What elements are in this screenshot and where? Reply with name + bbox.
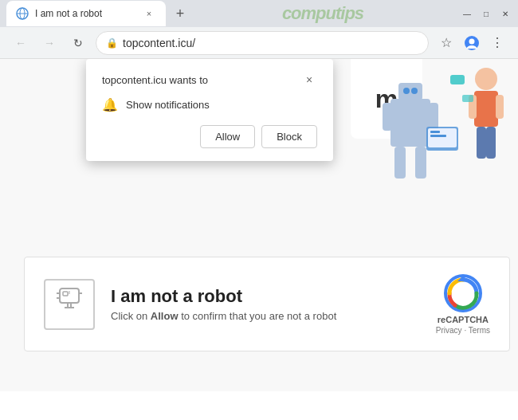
reload-button[interactable]: ↻: [67, 32, 89, 54]
svg-rect-16: [430, 135, 446, 137]
toolbar-icons: ☆ ⋮: [435, 32, 508, 54]
subtitle-prefix: Click on: [111, 310, 151, 322]
svg-rect-23: [450, 75, 465, 84]
svg-rect-15: [430, 131, 440, 133]
allow-button[interactable]: Allow: [200, 125, 255, 148]
block-button[interactable]: Block: [261, 125, 317, 148]
star-button[interactable]: ☆: [435, 32, 457, 54]
svg-point-17: [475, 68, 497, 90]
robot-text: I am not a robot Click on Allow to confi…: [111, 286, 420, 322]
recaptcha-links: Privacy · Terms: [436, 326, 490, 335]
svg-point-4: [469, 38, 475, 44]
svg-rect-22: [486, 127, 496, 159]
recaptcha-label: reCAPTCHA: [438, 315, 489, 324]
svg-rect-21: [477, 127, 486, 159]
maximize-button[interactable]: □: [480, 7, 492, 20]
menu-button[interactable]: ⋮: [486, 32, 508, 54]
svg-rect-29: [63, 292, 68, 296]
url-bar[interactable]: 🔒 topcontent.icu/: [96, 31, 429, 55]
close-window-button[interactable]: ✕: [499, 7, 512, 20]
svg-rect-20: [496, 95, 504, 119]
svg-rect-24: [462, 95, 473, 102]
recaptcha-box: reCAPTCHA Privacy · Terms: [436, 273, 490, 335]
svg-rect-5: [390, 99, 430, 147]
notification-popup: topcontent.icu wants to × 🔔 Show notific…: [86, 59, 333, 161]
svg-rect-10: [429, 103, 438, 131]
robot-card: I am not a robot Click on Allow to confi…: [24, 257, 510, 351]
permission-text: Show notifications: [126, 99, 210, 111]
lock-icon: 🔒: [106, 37, 118, 49]
forward-button[interactable]: →: [38, 32, 61, 54]
url-text: topcontent.icu/: [123, 37, 418, 49]
svg-rect-11: [394, 147, 406, 179]
tab-favicon-icon: [16, 7, 29, 20]
svg-rect-12: [415, 147, 426, 179]
tab-title: I am not a robot: [35, 8, 135, 19]
illustration: [383, 59, 518, 210]
svg-point-8: [411, 88, 418, 94]
subtitle-suffix: to confirm that you are not a robot: [179, 310, 337, 322]
svg-rect-6: [398, 83, 422, 100]
content-area: m: [0, 59, 518, 391]
svg-rect-18: [474, 91, 498, 127]
browser-tab[interactable]: I am not a robot ×: [6, 1, 166, 26]
robot-card-subtitle: Click on Allow to confirm that you are n…: [111, 310, 420, 322]
robot-card-title: I am not a robot: [111, 286, 420, 307]
window-controls: — □ ✕: [461, 7, 512, 20]
minimize-button[interactable]: —: [461, 7, 473, 20]
recaptcha-logo-icon: [443, 273, 483, 313]
svg-point-7: [403, 88, 410, 94]
back-button[interactable]: ←: [10, 32, 32, 54]
new-tab-button[interactable]: +: [169, 2, 191, 25]
popup-close-button[interactable]: ×: [301, 72, 317, 88]
popup-title: topcontent.icu wants to: [102, 74, 208, 86]
bell-icon: 🔔: [102, 97, 118, 112]
watermark-text: computips: [282, 3, 370, 24]
avatar-button[interactable]: [461, 32, 483, 54]
robot-icon-box: [44, 279, 95, 330]
tab-close-button[interactable]: ×: [142, 6, 156, 21]
addressbar: ← → ↻ 🔒 topcontent.icu/ ☆ ⋮: [0, 27, 518, 59]
titlebar: I am not a robot × + computips — □ ✕: [0, 0, 518, 27]
popup-permission-row: 🔔 Show notifications: [102, 97, 317, 112]
popup-header: topcontent.icu wants to ×: [102, 72, 317, 88]
subtitle-allow: Allow: [151, 310, 179, 322]
popup-buttons: Allow Block: [102, 125, 317, 148]
svg-rect-9: [383, 103, 392, 131]
robot-icon: [53, 285, 85, 323]
